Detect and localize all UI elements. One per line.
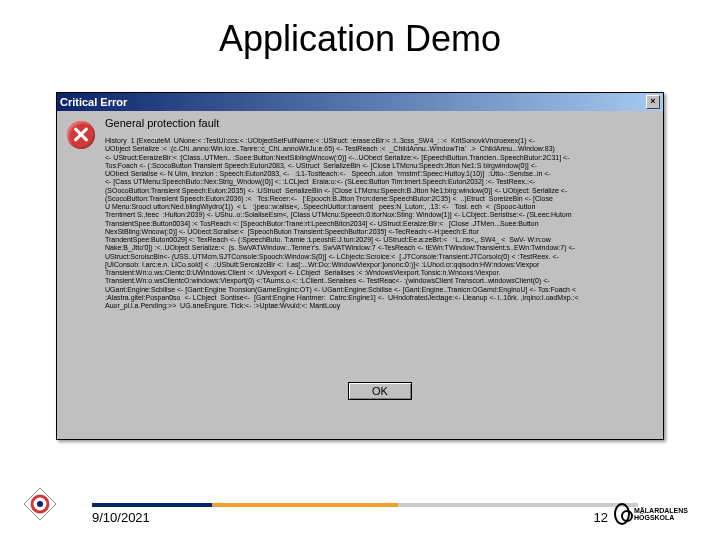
error-icon (67, 121, 95, 149)
page-number: 12 (594, 510, 608, 525)
button-row: OK (105, 381, 655, 400)
mdh-logo: MÄLARDALENS HÖGSKOLA (614, 502, 698, 526)
title-bar-caption: Critical Error (60, 96, 646, 108)
slide: Application Demo Critical Error × Genera… (0, 0, 720, 540)
mdh-mark-icon (614, 503, 630, 525)
footer: 9/10/2021 12 MÄLARDALENS HÖGSKOLA (0, 480, 720, 540)
dialog-body: General protection fault History 1 {Exec… (57, 111, 663, 439)
slide-title: Application Demo (0, 18, 720, 60)
mdh-text: MÄLARDALENS HÖGSKOLA (634, 507, 698, 521)
close-icon[interactable]: × (646, 95, 660, 109)
ok-button[interactable]: OK (348, 382, 412, 400)
svg-point-2 (37, 501, 43, 507)
footer-accent-bar (92, 503, 638, 507)
title-bar: Critical Error × (57, 93, 663, 111)
stack-trace: History 1 {ExecuteM UNone:< :TestUI:ccs:… (105, 137, 655, 377)
fer-logo (22, 486, 58, 522)
error-message: General protection fault (105, 117, 655, 129)
error-dialog: Critical Error × General protection faul… (56, 92, 664, 440)
footer-date: 9/10/2021 (92, 510, 150, 525)
